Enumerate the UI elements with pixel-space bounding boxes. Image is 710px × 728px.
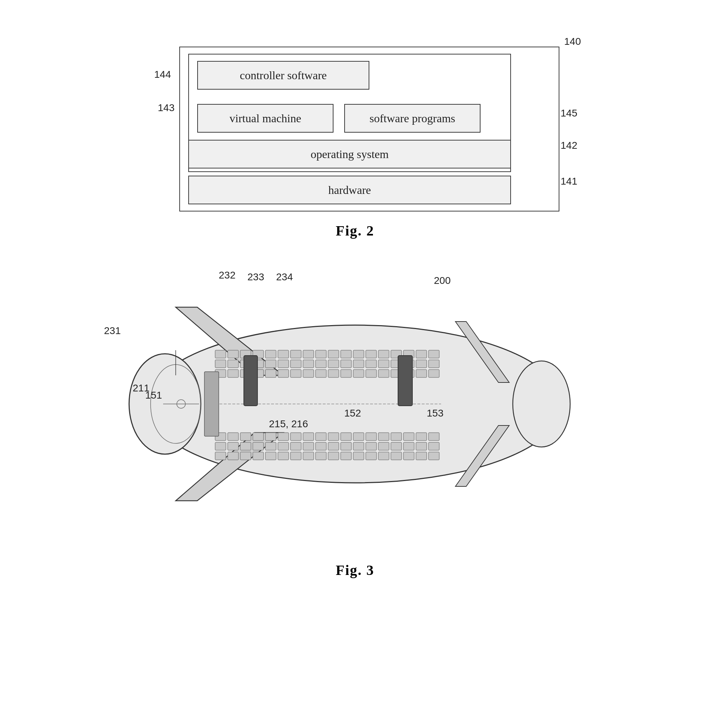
- svg-rect-105: [366, 452, 377, 460]
- figure-3-container: 200 232 231 233 234 211 151 215, 216 152…: [68, 261, 642, 579]
- svg-rect-94: [228, 452, 238, 460]
- svg-rect-112: [398, 356, 412, 406]
- svg-rect-40: [228, 369, 238, 378]
- svg-rect-93: [215, 452, 226, 460]
- box-controller-software: controller software: [197, 61, 369, 89]
- svg-rect-92: [428, 442, 439, 450]
- svg-rect-76: [228, 442, 238, 450]
- box-virtual-machine: virtual machine: [197, 104, 333, 133]
- svg-rect-80: [278, 442, 289, 450]
- svg-rect-8: [278, 350, 289, 358]
- figure-3-diagram: [68, 261, 642, 547]
- svg-rect-65: [315, 433, 326, 441]
- svg-rect-78: [253, 442, 264, 450]
- svg-rect-15: [366, 350, 377, 358]
- ref-152: 152: [344, 407, 361, 419]
- ref-143: 143: [158, 102, 175, 114]
- svg-rect-101: [315, 452, 326, 460]
- svg-rect-14: [353, 350, 364, 358]
- software-programs-label: software programs: [369, 112, 455, 125]
- svg-rect-67: [341, 433, 351, 441]
- ref-151: 151: [145, 390, 162, 401]
- svg-rect-28: [303, 360, 314, 368]
- svg-rect-46: [303, 369, 314, 378]
- svg-rect-100: [303, 452, 314, 460]
- svg-rect-30: [328, 360, 339, 368]
- svg-rect-47: [315, 369, 326, 378]
- svg-rect-55: [416, 369, 427, 378]
- ref-234: 234: [276, 271, 293, 283]
- box-hardware: hardware: [188, 176, 511, 204]
- svg-rect-31: [341, 360, 351, 368]
- svg-rect-87: [366, 442, 377, 450]
- svg-rect-108: [403, 452, 414, 460]
- ref-233: 233: [248, 271, 264, 283]
- svg-rect-20: [428, 350, 439, 358]
- figure-2-container: controller software virtual machine soft…: [122, 36, 588, 239]
- svg-rect-22: [228, 360, 238, 368]
- ref-140: 140: [564, 36, 581, 47]
- svg-rect-29: [315, 360, 326, 368]
- svg-rect-50: [353, 369, 364, 378]
- svg-rect-85: [341, 442, 351, 450]
- svg-rect-64: [303, 433, 314, 441]
- svg-rect-32: [353, 360, 364, 368]
- svg-rect-25: [266, 360, 276, 368]
- svg-rect-34: [378, 360, 389, 368]
- svg-rect-16: [378, 350, 389, 358]
- svg-rect-45: [290, 369, 301, 378]
- svg-rect-33: [366, 360, 377, 368]
- svg-rect-72: [403, 433, 414, 441]
- svg-rect-27: [290, 360, 301, 368]
- svg-rect-4: [228, 350, 238, 358]
- svg-rect-75: [215, 442, 226, 450]
- svg-rect-83: [315, 442, 326, 450]
- svg-rect-61: [266, 433, 276, 441]
- svg-rect-21: [215, 360, 226, 368]
- svg-rect-81: [290, 442, 301, 450]
- svg-rect-88: [378, 442, 389, 450]
- ref-231: 231: [104, 325, 121, 337]
- ref-141: 141: [560, 176, 577, 187]
- svg-rect-59: [240, 433, 251, 441]
- svg-rect-10: [303, 350, 314, 358]
- hardware-label: hardware: [328, 183, 371, 197]
- figure-2-diagram: controller software virtual machine soft…: [122, 36, 588, 222]
- svg-rect-104: [353, 452, 364, 460]
- fig2-caption-container: Fig. 2: [122, 222, 588, 239]
- svg-rect-12: [328, 350, 339, 358]
- ref-232: 232: [219, 270, 236, 281]
- controller-software-label: controller software: [240, 69, 327, 82]
- svg-rect-48: [328, 369, 339, 378]
- aircraft-svg: [104, 278, 606, 529]
- svg-rect-95: [240, 452, 251, 460]
- fig2-caption: Fig. 2: [336, 223, 374, 239]
- svg-rect-69: [366, 433, 377, 441]
- svg-rect-19: [416, 350, 427, 358]
- svg-rect-56: [428, 369, 439, 378]
- svg-rect-97: [266, 452, 276, 460]
- svg-rect-82: [303, 442, 314, 450]
- svg-rect-9: [290, 350, 301, 358]
- svg-rect-99: [290, 452, 301, 460]
- ref-215-216: 215, 216: [269, 418, 308, 430]
- svg-rect-110: [428, 452, 439, 460]
- svg-rect-37: [416, 360, 427, 368]
- svg-rect-96: [253, 452, 264, 460]
- svg-rect-60: [253, 433, 264, 441]
- box-software-programs: software programs: [344, 104, 481, 133]
- svg-rect-70: [378, 433, 389, 441]
- ref-145: 145: [560, 107, 577, 119]
- svg-rect-91: [416, 442, 427, 450]
- svg-rect-49: [341, 369, 351, 378]
- ref-144: 144: [154, 69, 171, 80]
- svg-rect-89: [391, 442, 402, 450]
- svg-rect-71: [391, 433, 402, 441]
- svg-rect-102: [328, 452, 339, 460]
- virtual-machine-label: virtual machine: [229, 112, 301, 125]
- page: controller software virtual machine soft…: [0, 0, 710, 728]
- svg-rect-66: [328, 433, 339, 441]
- svg-rect-44: [278, 369, 289, 378]
- svg-rect-79: [266, 442, 276, 450]
- svg-rect-90: [403, 442, 414, 450]
